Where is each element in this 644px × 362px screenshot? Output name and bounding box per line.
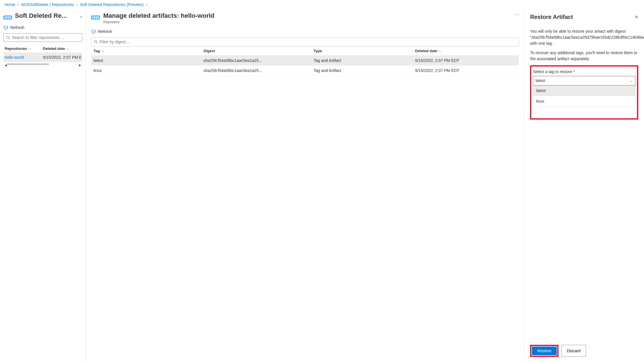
repo-link[interactable]: hello-world: [5, 55, 24, 60]
sort-icon: ↑↓: [66, 47, 69, 50]
panel-description-1: You will only be able to restore your ar…: [530, 28, 638, 46]
refresh-icon: [3, 25, 8, 30]
horizontal-scrollbar[interactable]: ◀ ▶: [3, 62, 82, 68]
acr-icon: [91, 14, 100, 20]
chevron-right-icon: ›: [76, 2, 78, 7]
filter-digest-input[interactable]: [91, 37, 519, 46]
svg-rect-9: [94, 16, 95, 19]
filter-input-field[interactable]: [98, 39, 516, 45]
cell-digest: sha256:f54a58bc1aac5ea1a25...: [204, 68, 314, 73]
cell-tag: linux: [94, 68, 204, 73]
more-actions-button[interactable]: ···: [515, 12, 519, 17]
scroll-right-icon[interactable]: ▶: [79, 63, 81, 67]
chevron-right-icon: ›: [146, 2, 147, 7]
svg-rect-3: [8, 16, 9, 19]
page-title: Manage deleted artifacts: hello-world: [103, 12, 512, 19]
dropdown-option[interactable]: latest: [533, 85, 635, 96]
sort-icon: ↑↓: [28, 47, 32, 50]
discard-button[interactable]: Discard: [561, 345, 586, 357]
breadcrumb: Home › ACRSoftDelete | Repositories › So…: [0, 0, 644, 9]
restore-button-highlight: Restore: [530, 345, 559, 357]
dropdown-option[interactable]: linux: [533, 96, 635, 107]
col-deleted-date[interactable]: Deleted date↑↓: [415, 49, 517, 53]
col-tag[interactable]: Tag↑↓: [94, 49, 204, 53]
svg-rect-8: [92, 16, 94, 19]
search-repos-input[interactable]: [3, 33, 82, 42]
required-indicator: *: [573, 69, 575, 74]
tag-dropdown[interactable]: latest ⌄: [533, 76, 635, 85]
panel-description-2: To recover any additional tags, you'll n…: [530, 50, 638, 62]
dropdown-list: latest linux: [533, 85, 635, 107]
page-subtitle: Repository: [103, 20, 512, 24]
search-input-field[interactable]: [10, 35, 80, 40]
refresh-button[interactable]: Refresh: [91, 29, 519, 34]
repo-row[interactable]: hello-world 9/15/2022, 2:07 PM E: [3, 53, 82, 62]
chevron-right-icon: ›: [17, 2, 19, 7]
refresh-label: Refresh: [10, 25, 24, 30]
svg-point-5: [7, 36, 9, 39]
refresh-icon: [91, 29, 96, 34]
sort-icon: ↑↓: [101, 49, 104, 53]
sidebar-title: Soft Deleted Re...: [15, 12, 77, 19]
tag-selection-highlight: Select a tag to restore * latest ⌄ lates…: [530, 65, 638, 120]
col-type[interactable]: Type: [314, 49, 415, 53]
restore-button[interactable]: Restore: [532, 347, 557, 355]
refresh-button[interactable]: Refresh: [3, 25, 82, 30]
svg-line-6: [9, 38, 10, 40]
svg-point-12: [94, 40, 97, 43]
restore-artifact-panel: Restore Artifact ✕ You will only be able…: [524, 9, 644, 361]
cell-tag: latest: [94, 58, 204, 63]
breadcrumb-acr[interactable]: ACRSoftDelete | Repositories: [21, 2, 74, 7]
cell-digest: sha256:f54a58bc1aac5ea1a25...: [204, 58, 314, 63]
close-icon[interactable]: ✕: [635, 14, 638, 20]
field-label: Select a tag to restore *: [533, 69, 635, 75]
sort-icon: ↑↓: [438, 49, 441, 53]
cell-date: 9/15/2022, 2:07 PM EDT: [415, 58, 517, 63]
search-icon: [6, 36, 10, 40]
panel-title: Restore Artifact: [530, 14, 573, 20]
table-row[interactable]: linux sha256:f54a58bc1aac5ea1a25... Tag …: [91, 66, 519, 76]
table-row[interactable]: latest sha256:f54a58bc1aac5ea1a25... Tag…: [91, 56, 519, 66]
col-digest[interactable]: Digest: [204, 49, 314, 53]
breadcrumb-home[interactable]: Home: [5, 2, 15, 7]
svg-rect-4: [10, 16, 11, 19]
acr-icon: [3, 14, 12, 20]
breadcrumb-softdel[interactable]: Soft Deleted Repositories (Preview): [80, 2, 144, 7]
cell-type: Tag and Artifact: [314, 68, 415, 73]
repo-date: 9/15/2022, 2:07 PM E: [43, 55, 81, 60]
svg-line-13: [97, 43, 98, 44]
col-deleted-date[interactable]: Deleted date↑↓: [43, 46, 81, 51]
svg-rect-1: [5, 16, 6, 19]
scroll-left-icon[interactable]: ◀: [5, 63, 7, 67]
dropdown-selected-value: latest: [536, 78, 545, 84]
chevron-down-icon: ⌄: [630, 78, 633, 83]
svg-rect-11: [98, 16, 99, 19]
collapse-sidebar-button[interactable]: «: [80, 14, 82, 19]
cell-type: Tag and Artifact: [314, 58, 415, 63]
svg-rect-10: [96, 16, 97, 19]
col-repositories[interactable]: Repositories↑↓: [5, 46, 43, 51]
refresh-label: Refresh: [98, 29, 112, 34]
sidebar: Soft Deleted Re... « Refresh Repositorie…: [0, 9, 86, 361]
search-icon: [94, 40, 98, 44]
main-content: Manage deleted artifacts: hello-world Re…: [86, 9, 524, 361]
svg-rect-2: [6, 16, 7, 19]
cell-date: 9/15/2022, 2:07 PM EDT: [415, 68, 517, 73]
